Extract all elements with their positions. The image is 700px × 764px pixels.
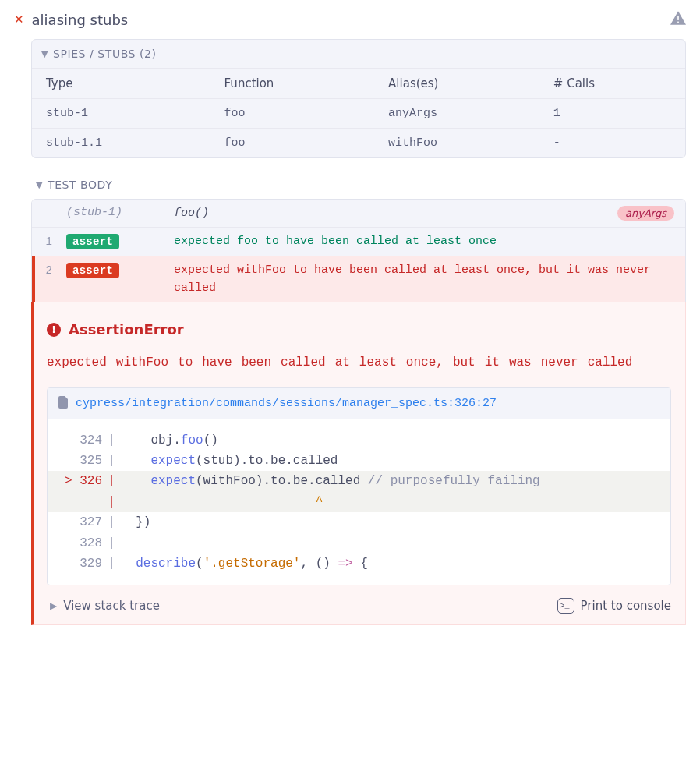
warning-icon[interactable] xyxy=(670,11,686,28)
view-stack-trace-button[interactable]: View stack trace xyxy=(63,599,160,613)
print-label: Print to console xyxy=(581,599,671,613)
terminal-icon: >_ xyxy=(557,598,574,614)
table-row[interactable]: stub-1.1 foo withFoo - xyxy=(32,129,685,158)
source-file-link[interactable]: cypress/integration/commands/sessions/ma… xyxy=(76,397,497,410)
th-calls: # Calls xyxy=(539,69,685,99)
assert-message: expected foo to have been called at leas… xyxy=(174,232,674,250)
code-line: 325| expect(stub).to.be.called xyxy=(48,451,670,471)
th-function: Function xyxy=(210,69,375,99)
assert-pill: assert xyxy=(66,232,160,249)
row-number xyxy=(38,204,52,207)
command-row-assert-fail[interactable]: 2 assert expected withFoo to have been c… xyxy=(32,256,685,302)
assert-message: expected withFoo to have been called at … xyxy=(174,261,674,298)
cell-calls: 1 xyxy=(539,99,685,129)
error-footer: ▶ View stack trace >_ Print to console xyxy=(47,585,671,614)
chevron-down-icon: ▼ xyxy=(36,180,43,190)
table-row[interactable]: stub-1 foo anyArgs 1 xyxy=(32,99,685,129)
error-panel: ! AssertionError expected withFoo to hav… xyxy=(31,302,686,625)
row-number: 2 xyxy=(38,261,52,277)
table-header-row: Type Function Alias(es) # Calls xyxy=(32,69,685,99)
call-text: foo() xyxy=(174,204,603,222)
row-number: 1 xyxy=(38,232,52,248)
cell-function: foo xyxy=(210,99,375,129)
assert-pill: assert xyxy=(66,261,160,278)
chevron-down-icon: ▼ xyxy=(41,49,48,59)
print-to-console-button[interactable]: >_ Print to console xyxy=(557,598,671,614)
cell-type: stub-1.1 xyxy=(32,129,210,158)
cell-alias: anyArgs xyxy=(374,99,539,129)
command-list: (stub-1) foo() anyArgs 1 assert expected… xyxy=(31,199,686,302)
alias-badge: anyArgs xyxy=(617,206,674,221)
svg-rect-1 xyxy=(677,22,679,23)
source-block: cypress/integration/commands/sessions/ma… xyxy=(47,387,671,586)
stubs-section: ▼ SPIES / STUBS (2) Type Function Alias(… xyxy=(31,39,686,158)
th-type: Type xyxy=(32,69,210,99)
source-file-row[interactable]: cypress/integration/commands/sessions/ma… xyxy=(48,388,670,419)
code-line: 327| }) xyxy=(48,512,670,532)
code-line-caret: | ^ xyxy=(48,492,670,512)
cell-calls: - xyxy=(539,129,685,158)
code-line: 324| obj.foo() xyxy=(48,430,670,451)
stubs-header-label: SPIES / STUBS (2) xyxy=(53,48,157,60)
stubs-header[interactable]: ▼ SPIES / STUBS (2) xyxy=(32,40,685,68)
cell-alias: withFoo xyxy=(374,129,539,158)
svg-rect-0 xyxy=(677,16,679,20)
th-alias: Alias(es) xyxy=(374,69,539,99)
stubs-table: Type Function Alias(es) # Calls stub-1 f… xyxy=(32,68,685,157)
code-line: 329| describe('.getStorage', () => { xyxy=(48,554,670,574)
test-title-row: ✕ aliasing stubs xyxy=(14,8,686,39)
command-row-call[interactable]: (stub-1) foo() anyArgs xyxy=(32,200,685,228)
file-icon xyxy=(58,396,69,412)
code-frame: 324| obj.foo() 325| expect(stub).to.be.c… xyxy=(48,419,670,585)
error-header: ! AssertionError xyxy=(47,313,671,353)
stub-alias: (stub-1) xyxy=(66,204,160,219)
code-line-highlight: > 326| expect(withFoo).to.be.called // p… xyxy=(48,471,670,491)
test-body-label: TEST BODY xyxy=(48,179,112,191)
error-message: expected withFoo to have been called at … xyxy=(47,353,671,387)
test-title: aliasing stubs xyxy=(32,12,129,28)
test-body-header[interactable]: ▼ TEST BODY xyxy=(14,172,686,199)
cell-type: stub-1 xyxy=(32,99,210,129)
fail-icon: ✕ xyxy=(14,12,24,27)
error-title: AssertionError xyxy=(69,321,184,338)
code-line: 328| xyxy=(48,533,670,554)
command-row-assert-pass[interactable]: 1 assert expected foo to have been calle… xyxy=(32,228,685,256)
chevron-right-icon: ▶ xyxy=(50,600,57,611)
cell-function: foo xyxy=(210,129,375,158)
error-circle-icon: ! xyxy=(47,323,61,337)
